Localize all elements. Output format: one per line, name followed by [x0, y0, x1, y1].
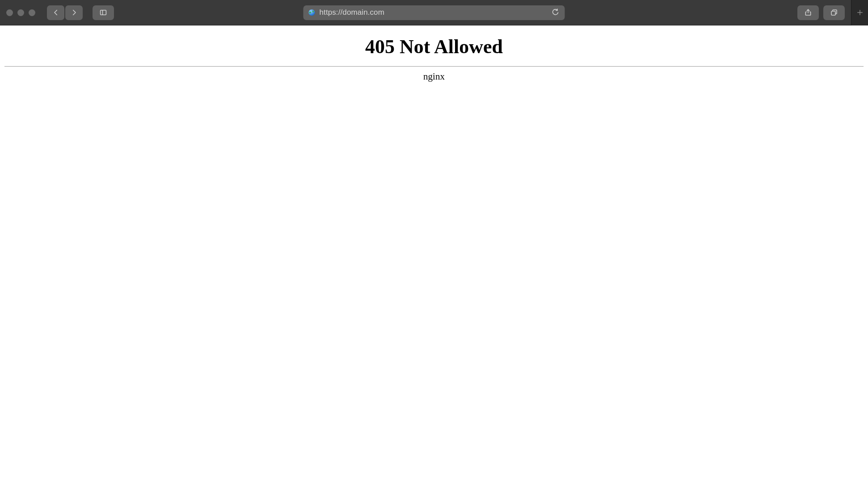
browser-toolbar: https://domain.com — [0, 0, 868, 25]
right-toolbar-group — [797, 0, 862, 25]
svg-rect-0 — [101, 10, 106, 15]
forward-button[interactable] — [65, 5, 83, 20]
error-title: 405 Not Allowed — [4, 35, 864, 58]
new-tab-button[interactable] — [851, 0, 868, 25]
reload-button[interactable] — [551, 8, 560, 17]
share-icon — [804, 8, 812, 17]
nav-button-group — [47, 5, 83, 20]
page-content: 405 Not Allowed nginx — [0, 25, 868, 496]
url-text[interactable]: https://domain.com — [320, 8, 547, 17]
address-bar[interactable]: https://domain.com — [303, 5, 565, 20]
globe-icon — [308, 8, 316, 17]
tabs-icon — [830, 8, 838, 17]
show-sidebar-button[interactable] — [93, 5, 114, 20]
reload-icon — [552, 8, 560, 17]
chevron-right-icon — [70, 8, 78, 17]
server-name: nginx — [4, 71, 864, 82]
close-window-button[interactable] — [6, 9, 13, 16]
chevron-left-icon — [52, 8, 60, 17]
svg-rect-3 — [831, 11, 835, 15]
back-button[interactable] — [47, 5, 64, 20]
zoom-window-button[interactable] — [29, 9, 35, 16]
window-controls — [6, 9, 35, 16]
plus-icon — [856, 8, 864, 17]
divider — [4, 66, 864, 67]
share-button[interactable] — [797, 5, 819, 20]
minimize-window-button[interactable] — [17, 9, 24, 16]
sidebar-icon — [99, 8, 107, 17]
show-tabs-button[interactable] — [823, 5, 845, 20]
browser-window: https://domain.com — [0, 0, 868, 496]
